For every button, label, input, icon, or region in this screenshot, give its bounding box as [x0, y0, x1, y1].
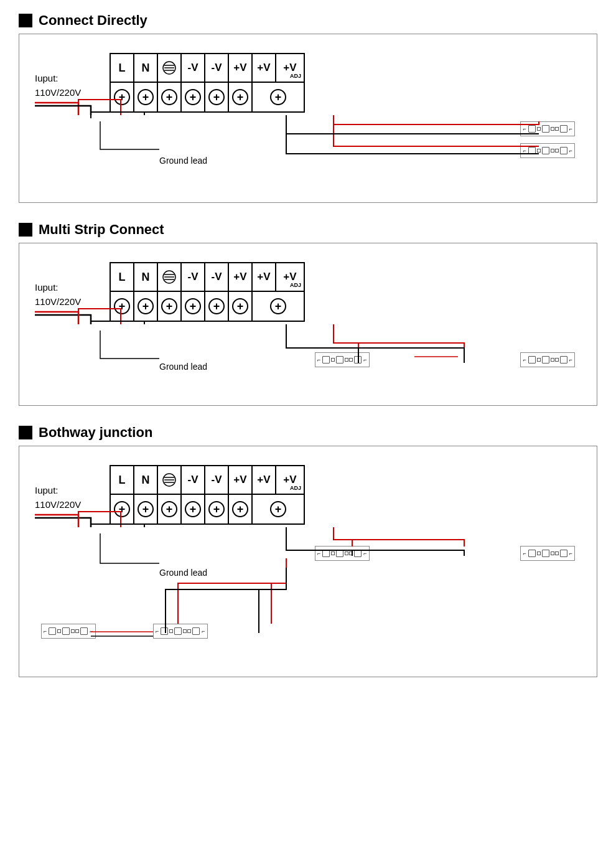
section-title-bothway: Bothway junction: [19, 425, 597, 441]
wiring-svg-3: [29, 459, 587, 664]
title-icon-1: [19, 14, 32, 27]
diagram-box-1: Iuput:110V/220V L N -V -V +V +V +VADJ: [19, 34, 597, 203]
title-text-1: Connect Directly: [39, 12, 147, 29]
section-title-multi: Multi Strip Connect: [19, 222, 597, 238]
section-bothway: Bothway junction Iuput:110V/220V L N -V …: [19, 425, 597, 677]
title-text-3: Bothway junction: [39, 425, 152, 441]
title-text-2: Multi Strip Connect: [39, 222, 164, 238]
wiring-svg-2: [29, 256, 587, 393]
wiring-svg-1: [29, 47, 587, 190]
title-icon-3: [19, 426, 32, 439]
section-title-connect-directly: Connect Directly: [19, 12, 597, 29]
diagram-box-2: Iuput:110V/220V L N -V -V +V +V +VADJ: [19, 243, 597, 406]
title-icon-2: [19, 223, 32, 237]
diagram-box-3: Iuput:110V/220V L N -V -V +V +V +VADJ: [19, 446, 597, 677]
section-multi-strip: Multi Strip Connect Iuput:110V/220V L N …: [19, 222, 597, 406]
section-connect-directly: Connect Directly Iuput:110V/220V L N -V …: [19, 12, 597, 203]
